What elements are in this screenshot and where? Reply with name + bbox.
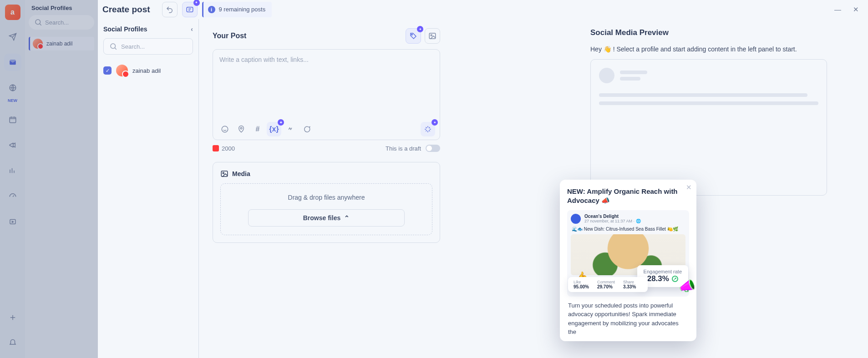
metric-label: Like [574, 280, 589, 284]
rail-library-icon[interactable] [4, 213, 21, 230]
svg-rect-7 [429, 33, 436, 39]
metric-value: 3.33% [623, 284, 636, 289]
avatar [33, 39, 43, 49]
wave-tool[interactable] [283, 122, 298, 136]
skeleton-line [620, 71, 647, 74]
metric-value: 95.00% [574, 284, 589, 289]
emoji-tool[interactable] [218, 122, 232, 136]
promo-avatar [571, 214, 581, 224]
composer-header: Create post ✦ i 9 remaining posts ― ✕ [98, 0, 868, 19]
avatar [116, 65, 128, 76]
rail-megaphone-icon[interactable] [4, 136, 21, 154]
minimize-button[interactable]: ― [834, 5, 841, 14]
caption-toolbar: # {x}✦ ✦ [213, 119, 440, 140]
mini-sidebar-title: Social Profiles [31, 5, 94, 11]
remaining-posts-text: 9 remaining posts [219, 6, 266, 13]
editor-column: Your Post ✦ Write a caption with text, l… [213, 28, 440, 349]
mini-sidebar-search-placeholder: Search... [45, 19, 69, 26]
preview-heading: Social Media Preview [590, 28, 827, 37]
close-button[interactable]: ✕ [853, 5, 859, 14]
composer-title: Create post [102, 5, 150, 15]
hashtag-tool[interactable]: # [250, 122, 265, 136]
char-count: 2000 [213, 145, 235, 152]
preview-hint: Hey 👋 ! Select a profile and start addin… [590, 45, 827, 53]
profile-row[interactable]: ✓ zainab adil [103, 65, 193, 76]
rail-inbox-icon[interactable] [4, 54, 21, 71]
chevron-up-icon: ⌃ [344, 214, 350, 222]
ai-spark-badge: ✦ [193, 0, 200, 6]
profiles-search[interactable]: Search... [103, 38, 193, 55]
preview-skeleton-card [590, 59, 827, 196]
profile-checkbox[interactable]: ✓ [103, 66, 112, 75]
profile-name: zainab adil [132, 67, 161, 74]
caption-input[interactable]: Write a caption with text, links... [213, 50, 440, 119]
rail-globe-icon[interactable] [4, 79, 21, 96]
megaphone-icon: 📣 [679, 278, 695, 294]
preview-hint-suffix: ! Select a profile and start adding cont… [613, 45, 797, 53]
svg-point-12 [223, 172, 224, 174]
engagement-value: 28.3% [647, 274, 669, 283]
svg-point-3 [36, 20, 41, 25]
rail-gauge-icon[interactable] [4, 187, 21, 205]
draft-toggle[interactable] [426, 145, 440, 152]
char-limit-value: 2000 [222, 145, 235, 152]
media-dropzone[interactable]: Drag & drop files anywhere Browse files … [220, 183, 432, 235]
remaining-posts-chip[interactable]: i 9 remaining posts [202, 2, 272, 17]
platform-dot-icon [213, 145, 219, 151]
svg-point-9 [222, 126, 228, 132]
rail-calendar-icon[interactable] [4, 111, 21, 128]
drop-hint: Drag & drop files anywhere [229, 194, 424, 201]
promo-image: Engagement rate 28.3% ↗ [571, 234, 685, 275]
editor-heading: Your Post [213, 32, 246, 40]
preview-hint-prefix: Hey [590, 45, 604, 53]
chat-tool[interactable] [299, 122, 314, 136]
caption-box: Write a caption with text, links... # {x… [213, 49, 440, 140]
rail-analytics-icon[interactable] [4, 162, 21, 179]
svg-rect-11 [221, 171, 228, 176]
wave-hello-icon: 👋 [604, 45, 611, 53]
ai-spark-badge: ✦ [417, 26, 423, 32]
image-button[interactable] [425, 28, 440, 44]
skeleton-avatar [599, 68, 614, 83]
promo-caption: 🌊🐟 New Dish: Citrus-Infused Sea Bass Fil… [572, 227, 685, 232]
tag-button[interactable]: ✦ [406, 28, 421, 44]
promo-timestamp: 27 november, at 11:37 AM · 🌐 [584, 219, 641, 223]
svg-rect-1 [10, 117, 16, 123]
promo-account: Ocean's Delight [584, 214, 641, 219]
metric-label: Share [623, 280, 636, 284]
engagement-label: Engagement rate [644, 269, 682, 274]
profiles-search-placeholder: Search... [121, 43, 145, 50]
ai-spark-badge: ✦ [431, 119, 438, 126]
popup-body: Turn your scheduled posts into powerful … [568, 301, 688, 337]
variable-tool[interactable]: {x}✦ [267, 122, 281, 136]
mini-sidebar-search[interactable]: Search... [29, 15, 94, 30]
popup-promo: Ocean's Delight 27 november, at 11:37 AM… [567, 210, 689, 297]
svg-point-5 [111, 44, 116, 49]
advocacy-popup: ✕ NEW: Amplify Organic Reach with Advoca… [560, 180, 696, 341]
ai-assist-button[interactable]: ✦ [182, 2, 198, 17]
profiles-panel: Social Profiles ‹ Search... ✓ zainab adi… [98, 19, 199, 358]
svg-point-10 [240, 127, 242, 129]
app-logo[interactable]: a [5, 5, 20, 20]
ai-write-tool[interactable]: ✦ [421, 122, 435, 136]
mini-sidebar-item[interactable]: zainab adil [29, 37, 94, 50]
skeleton-line [620, 77, 640, 81]
popup-close-button[interactable]: ✕ [686, 183, 692, 192]
undo-button[interactable] [162, 2, 178, 17]
svg-rect-4 [187, 7, 193, 12]
media-heading: Media [232, 170, 250, 177]
location-tool[interactable] [234, 122, 249, 136]
rail-bell-icon[interactable] [4, 334, 21, 352]
browse-files-button[interactable]: Browse files ⌃ [248, 209, 405, 227]
media-box: Media Drag & drop files anywhere Browse … [213, 162, 440, 243]
skeleton-line [599, 101, 818, 105]
metric-label: Comment [597, 280, 615, 284]
collapse-profiles-icon[interactable]: ‹ [191, 25, 193, 33]
search-icon [109, 42, 117, 50]
mini-sidebar: Social Profiles Search... zainab adil [25, 0, 98, 358]
rail-send-icon[interactable] [4, 28, 21, 45]
rail-new-badge: NEW [8, 98, 17, 103]
search-icon [34, 18, 42, 26]
rail-add-icon[interactable] [4, 309, 21, 326]
mini-sidebar-item-name: zainab adil [46, 40, 72, 47]
